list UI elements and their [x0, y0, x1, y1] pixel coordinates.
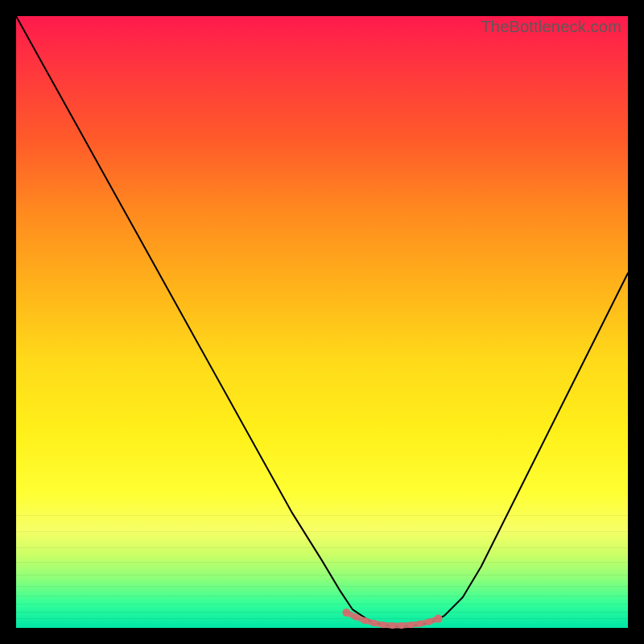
gradient-band: [16, 612, 628, 613]
marker-dot: [389, 622, 395, 629]
gradient-band: [16, 604, 628, 605]
marker-dot: [417, 621, 423, 627]
marker-dot: [353, 613, 359, 620]
gradient-band: [16, 586, 628, 587]
gradient-band: [16, 547, 628, 548]
marker-dot: [407, 621, 414, 628]
gradient-band: [16, 596, 628, 597]
gradient-band: [16, 618, 628, 619]
marker-dot: [426, 618, 432, 625]
gradient-band: [16, 575, 628, 576]
gradient-band: [16, 515, 628, 516]
marker-dot: [371, 620, 378, 626]
bottleneck-curve: [16, 16, 628, 628]
curve-line: [16, 16, 628, 626]
gradient-band: [16, 531, 628, 532]
chart-frame: TheBottleneck.com: [0, 0, 644, 644]
marker-dot: [380, 621, 386, 628]
marker-dot: [398, 622, 405, 629]
plot-area: TheBottleneck.com: [16, 16, 628, 628]
gradient-band: [16, 562, 628, 563]
marker-dot: [342, 609, 350, 617]
